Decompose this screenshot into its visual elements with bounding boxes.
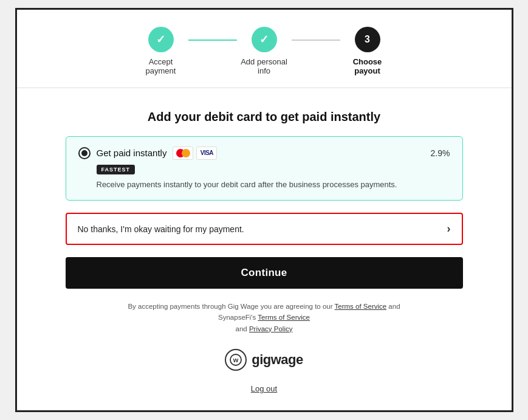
instant-radio[interactable]	[78, 147, 91, 159]
svg-text:w: w	[233, 356, 239, 363]
instant-option-description: Receive payments instantly to your debit…	[97, 179, 450, 190]
instant-option-label: Get paid instantly	[97, 148, 167, 158]
mastercard-icon	[173, 146, 193, 160]
instant-payout-option[interactable]: Get paid instantly VISA 2.9% FASTEST Rec	[66, 136, 463, 201]
step-3-circle: 3	[355, 27, 380, 52]
terms-of-service-link-1[interactable]: Terms of Service	[335, 303, 387, 310]
chevron-right-icon: ›	[447, 222, 451, 235]
connector-1-2	[188, 40, 237, 41]
gigwage-logo-icon: w	[225, 349, 247, 371]
no-thanks-option[interactable]: No thanks, I'm okay waiting for my payme…	[66, 213, 463, 245]
step-2-label: Add personal info	[237, 57, 292, 75]
step-add-personal-info: ✓ Add personal info	[237, 27, 292, 75]
connector-2-3	[292, 40, 340, 41]
step-1-circle: ✓	[148, 27, 174, 52]
logout-link[interactable]: Log out	[251, 384, 277, 393]
main-content: Add your debit card to get paid instantl…	[17, 88, 512, 410]
stepper: ✓ Accept payment ✓ Add personal info 3 C…	[41, 27, 487, 75]
step-1-label: Accept payment	[134, 57, 188, 75]
page-title: Add your debit card to get paid instantl…	[148, 110, 380, 124]
gigwage-logo-text: gigwage	[252, 352, 303, 368]
synapsifi-terms-link[interactable]: Terms of Service	[258, 314, 310, 321]
instant-rate: 2.9%	[431, 148, 450, 158]
stepper-section: ✓ Accept payment ✓ Add personal info 3 C…	[17, 10, 512, 88]
gigwage-w-svg: w	[230, 354, 242, 366]
step-2-circle: ✓	[252, 27, 277, 52]
mc-orange-circle	[182, 149, 190, 157]
step-accept-payment: ✓ Accept payment	[134, 27, 188, 75]
fastest-badge: FASTEST	[97, 165, 135, 174]
instant-option-top: Get paid instantly VISA 2.9%	[78, 146, 450, 160]
logo-area: w gigwage	[225, 349, 303, 371]
continue-button[interactable]: Continue	[66, 257, 463, 289]
privacy-policy-link[interactable]: Privacy Policy	[249, 325, 293, 332]
card-icons: VISA	[173, 146, 217, 160]
instant-option-left: Get paid instantly VISA	[78, 146, 218, 160]
step-choose-payout: 3 Choose payout	[340, 27, 395, 75]
step-3-label: Choose payout	[340, 57, 395, 75]
app-container: ✓ Accept payment ✓ Add personal info 3 C…	[15, 8, 513, 412]
no-thanks-label: No thanks, I'm okay waiting for my payme…	[78, 224, 244, 234]
footer-text-mid2: and	[236, 325, 249, 332]
footer-text-before: By accepting payments through Gig Wage y…	[128, 303, 334, 310]
mastercard-circles	[176, 149, 190, 157]
footer-text: By accepting payments through Gig Wage y…	[112, 301, 416, 334]
visa-icon: VISA	[196, 146, 217, 160]
